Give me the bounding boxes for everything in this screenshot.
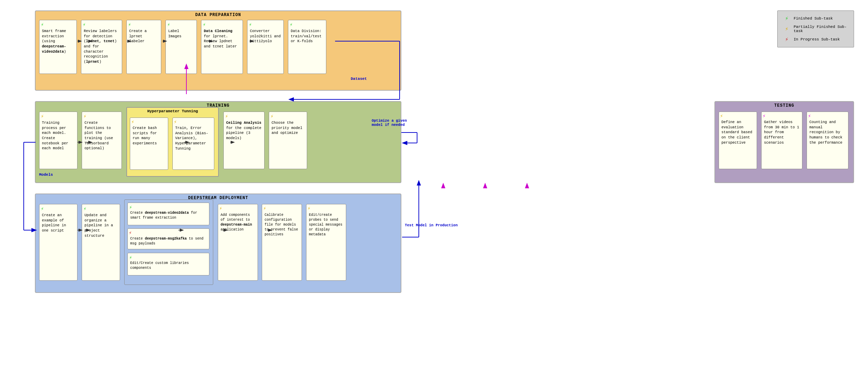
dp7-text: Data Division: train/val/test or K-folds (291, 29, 324, 44)
legend-inprogress-label: In Progress Sub-task (794, 37, 840, 41)
ds5-bolt: ⚡ (263, 205, 266, 212)
dp3-card: ⚡ Create a lprnet labeler (126, 20, 161, 74)
tr2-text: Create functions to plot the training (u… (84, 120, 119, 151)
tr5-card: ⚡ Ceiling Analysis for the complete pipe… (223, 112, 265, 169)
ds3-group: ⚡ Create deepstream-video2data for smart… (124, 199, 213, 285)
dp2-card: ⚡ Review labelers for detection (lpdnet,… (81, 20, 122, 74)
testing-title: TESTING (715, 102, 853, 110)
tr3-text: Create bash scripts for run many experim… (133, 126, 165, 146)
tr6-text: Choose the priority model and optimize (272, 120, 304, 136)
dp3-bolt: ⚡ (128, 22, 131, 29)
partial-bolt-icon: ⚡ (783, 25, 790, 32)
legend: ⚡ Finished Sub-task ⚡ Partially Finished… (777, 10, 854, 47)
dp1-text: Smart frame extraction (using deepstream… (42, 29, 74, 54)
dp5-text: Data Cleaning for lprnet. Review lpdnet … (204, 29, 240, 49)
ds2-text: Update and organize a pipeline in a proj… (84, 213, 117, 238)
hyper-title: Hyperparameter Tunning (127, 108, 218, 115)
data-prep-section: DATA PREPARATION ⚡ Smart frame extractio… (35, 10, 401, 91)
tr6-bolt: ⚡ (270, 113, 273, 120)
deepstream-title: DEEPSTREAM DEPLOYMENT (36, 194, 401, 203)
tr4-bolt: ⚡ (174, 119, 177, 126)
ds4-text: Add components of interest to deepstream… (221, 213, 255, 232)
ds1-card: ⚡ Create an example of pipeline in one s… (39, 204, 77, 281)
ds3a-bolt: ⚡ (129, 204, 132, 211)
hyperparameter-box: Hyperparameter Tunning ⚡ Create bash scr… (126, 107, 219, 177)
dp2-bolt: ⚡ (83, 22, 86, 29)
tr1-bolt: ⚡ (41, 113, 44, 120)
ds6-bolt: ⚡ (307, 205, 310, 212)
ds6-text: Edit/create probes to send special messa… (309, 213, 343, 237)
te3-text: Counting and manual recognition by human… (809, 120, 846, 145)
tr2-card: ⚡ Create functions to plot the training … (82, 112, 122, 169)
dp1-bolt: ⚡ (41, 22, 44, 29)
dp3-text: Create a lprnet labeler (129, 29, 158, 44)
tr6-card: ⚡ Choose the priority model and optimize (269, 112, 307, 169)
deepstream-section: DEEPSTREAM DEPLOYMENT ⚡ Create an exampl… (35, 194, 401, 293)
te1-bolt: ⚡ (720, 113, 723, 120)
ds3b-card: ⚡ Create deepstream-msg2kafka to send ms… (127, 228, 209, 249)
test-model-label: Test Model in Production (405, 223, 458, 227)
legend-item-partial: ⚡ Partially Finished Sub-task (783, 25, 848, 33)
dp2-text: Review labelers for detection (lpdnet, t… (84, 29, 119, 65)
legend-finished-label: Finished Sub-task (794, 16, 833, 21)
dp6-bolt: ⚡ (249, 22, 252, 29)
dp7-card: ⚡ Data Division: train/val/test or K-fol… (288, 20, 326, 74)
legend-partial-label: Partially Finished Sub-task (794, 25, 848, 33)
dp5-bolt: ⚡ (203, 22, 206, 29)
ds6-card: ⚡ Edit/create probes to send special mes… (306, 204, 346, 281)
te2-bolt: ⚡ (763, 113, 765, 120)
dp4-card: ⚡ Label Images (165, 20, 197, 74)
ds3a-text: Create deepstream-video2data for smart f… (130, 211, 207, 220)
ds1-text: Create an example of pipeline in one scr… (42, 213, 75, 233)
ds1-bolt: ⚡ (41, 206, 44, 213)
dp5-card: ⚡ Data Cleaning for lprnet. Review lpdne… (201, 20, 243, 74)
testing-section: TESTING ⚡ Define an evaluation standard … (714, 101, 854, 183)
te1-text: Define an evaluation standard based on t… (721, 120, 754, 145)
dp4-text: Label Images (168, 29, 194, 39)
tr5-text: Ceiling Analysis for the complete pipeli… (226, 120, 262, 141)
data-prep-title: DATA PREPARATION (36, 11, 401, 20)
ds3c-bolt: ⚡ (129, 255, 132, 262)
dp1-card: ⚡ Smart frame extraction (using deepstre… (39, 20, 77, 74)
tr2-bolt: ⚡ (83, 113, 86, 120)
main-container: ⚡ Finished Sub-task ⚡ Partially Finished… (0, 0, 868, 386)
ds2-bolt: ⚡ (83, 206, 86, 213)
ds3c-card: ⚡ Edit/Create custom libraries component… (127, 253, 209, 275)
ds4-card: ⚡ Add components of interest to deepstre… (218, 204, 258, 281)
te2-card: ⚡ Gather videos from 30 min to 1 hour fr… (761, 112, 802, 169)
dp7-bolt: ⚡ (290, 22, 292, 29)
legend-item-inprogress: ⚡ In Progress Sub-task (783, 36, 848, 43)
te3-card: ⚡ Counting and manual recognition by hum… (807, 112, 848, 169)
ds3b-text: Create deepstream-msg2kafka to send msg … (130, 236, 207, 246)
dp6-text: Converter yolo2kitti and kitti2yolo (250, 29, 281, 44)
te1-card: ⚡ Define an evaluation standard based on… (719, 112, 757, 169)
tr3-bolt: ⚡ (131, 119, 134, 126)
dataset-label: Dataset (351, 77, 367, 81)
tr4-card: ⚡ Train, Error Analysis (Bias-Variance),… (172, 118, 214, 170)
te3-bolt: ⚡ (808, 113, 811, 120)
tr1-card: ⚡ Training process per each model. Creat… (39, 112, 77, 169)
ds3a-card: ⚡ Create deepstream-video2data for smart… (127, 203, 209, 225)
ds3b-bolt: ⚡ (129, 230, 132, 237)
ds4-bolt: ⚡ (219, 205, 222, 212)
ds3c-text: Edit/Create custom libraries components (130, 261, 207, 271)
tr1-text: Training process per each model. Create … (42, 120, 75, 151)
tr3-card: ⚡ Create bash scripts for run many exper… (130, 118, 168, 170)
ds5-text: Calibrate configuration file for models … (265, 213, 299, 237)
te2-text: Gather videos from 30 min to 1 hour from… (764, 120, 800, 145)
ds5-card: ⚡ Calibrate configuration file for model… (262, 204, 302, 281)
dp4-bolt: ⚡ (167, 22, 170, 29)
tr4-text: Train, Error Analysis (Bias-Variance), H… (175, 126, 212, 151)
legend-item-finished: ⚡ Finished Sub-task (783, 15, 848, 22)
ds2-card: ⚡ Update and organize a pipeline in a pr… (82, 204, 120, 281)
optimize-label: Optimize a given model if needed (372, 119, 414, 127)
tr5-bolt: ⚡ (225, 113, 228, 120)
models-label: Models (39, 173, 53, 177)
dp6-card: ⚡ Converter yolo2kitti and kitti2yolo (247, 20, 284, 74)
inprogress-bolt-icon: ⚡ (783, 36, 790, 43)
training-section: TRAINING ⚡ Training process per each mod… (35, 101, 401, 183)
finished-bolt-icon: ⚡ (783, 15, 790, 22)
